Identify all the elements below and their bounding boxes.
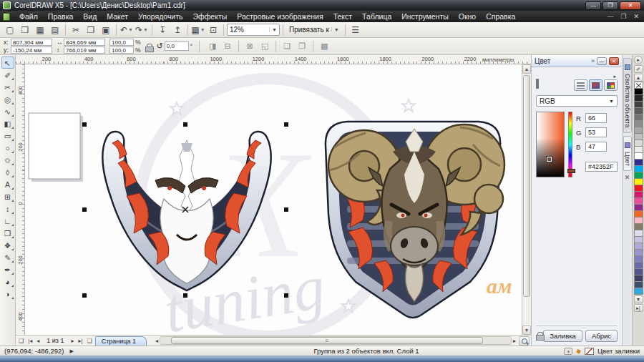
paste-button[interactable]: ▣	[99, 24, 113, 36]
minimize-button[interactable]: —	[585, 1, 601, 10]
mirror-horizontal-button[interactable]: ◨	[206, 41, 219, 52]
horizontal-scrollbar[interactable]: ◂ ▸	[154, 336, 517, 346]
scroll-down-icon[interactable]: ▼	[522, 326, 531, 335]
menu-item-правка[interactable]: Правка	[43, 11, 78, 21]
menu-item-вид[interactable]: Вид	[78, 11, 102, 21]
interactive-fill-tool[interactable]: ◑	[1, 288, 14, 300]
drawing-canvas[interactable]: X tuning ам	[25, 64, 522, 335]
smart-fill-tool[interactable]: ◧	[1, 117, 14, 129]
docker-chevron-icon[interactable]: »	[591, 57, 595, 64]
scroll-left-icon[interactable]: ◂	[154, 338, 160, 344]
zoom-tool[interactable]: ◎	[1, 93, 14, 105]
scale-x-field[interactable]: 100,0	[109, 39, 134, 46]
expand-status-icon[interactable]: ▶	[69, 348, 73, 354]
menu-item-растровые изображения[interactable]: Растровые изображения	[232, 11, 328, 21]
menu-item-окно[interactable]: Окно	[454, 11, 481, 21]
palette-scroll-down-icon[interactable]: ▼	[634, 295, 643, 303]
crop-tool[interactable]: ✂	[1, 81, 14, 93]
palette-expand-icon[interactable]: ▸|	[634, 304, 643, 312]
zoom-level-combo[interactable]: 12% ▼	[227, 24, 280, 36]
freehand-tool[interactable]: ∿	[1, 105, 14, 117]
cut-button[interactable]: ✂	[69, 24, 83, 36]
import-button[interactable]: ↧	[155, 24, 170, 36]
menu-item-макет[interactable]: Макет	[102, 11, 133, 21]
r-channel-field[interactable]: 66	[585, 113, 607, 123]
undo-button[interactable]: ↶▼	[119, 24, 134, 36]
welcome-screen-button[interactable]: ⊡	[206, 24, 220, 36]
rotation-angle-field[interactable]: 0,0	[165, 41, 189, 51]
lock-icon[interactable]	[536, 332, 540, 341]
vertical-scrollbar[interactable]: ▲ ▼	[522, 64, 531, 335]
ellipse-tool[interactable]: ○	[1, 142, 14, 154]
new-document-button[interactable]: ▢	[3, 24, 17, 36]
document-properties-icon[interactable]	[564, 348, 572, 355]
color-sliders-button[interactable]	[574, 79, 587, 91]
last-page-button[interactable]: ▸|	[77, 338, 84, 344]
docker-close-button[interactable]: ✕	[609, 57, 619, 65]
object-width-field[interactable]: 849,669 мм	[64, 39, 105, 46]
graphic-styles-button[interactable]: ▩	[318, 41, 331, 52]
mirror-vertical-button[interactable]: ⊟	[221, 41, 234, 52]
outline-pen-tool[interactable]: ✒	[1, 263, 14, 275]
tab-object-properties[interactable]: Свойства объекта	[623, 58, 632, 133]
vertical-scroll-thumb[interactable]	[523, 75, 530, 297]
palette-flyout-icon[interactable]: ▸	[634, 56, 643, 64]
docker-minimize-button[interactable]: —	[597, 57, 607, 65]
lock-ratio-icon[interactable]	[145, 44, 152, 52]
close-button[interactable]: ✕	[620, 1, 641, 10]
menu-item-эффекты[interactable]: Эффекты	[188, 11, 233, 21]
object-height-field[interactable]: 766,019 мм	[64, 47, 105, 54]
color-model-select[interactable]: RGB ▼	[536, 95, 618, 107]
add-page-icon[interactable]: ❏	[17, 338, 25, 344]
menu-item-справка[interactable]: Справка	[481, 11, 520, 21]
docker-flyout-icon[interactable]: ▸	[612, 74, 618, 79]
pick-tool[interactable]: ↖	[1, 57, 14, 69]
g-channel-field[interactable]: 53	[585, 127, 607, 137]
doc-restore-button[interactable]: ❐	[617, 13, 630, 20]
y-position-field[interactable]: -150,24 мм	[11, 47, 52, 54]
eyedropper-tool[interactable]: ✎	[1, 251, 14, 263]
redo-button[interactable]: ↷▼	[135, 24, 149, 36]
polygon-tool[interactable]: ✩	[1, 154, 14, 166]
print-button[interactable]: ▤	[48, 24, 62, 36]
rectangle-tool[interactable]: ▭	[1, 129, 14, 142]
scroll-up-icon[interactable]: ▲	[522, 64, 531, 74]
next-page-button[interactable]: ▸	[69, 338, 75, 344]
horizontal-ruler[interactable]: миллиметры 20040060080010001200140016001…	[16, 55, 531, 64]
first-page-button[interactable]: |◂	[26, 338, 34, 344]
scroll-right-icon[interactable]: ▸	[512, 338, 517, 344]
menu-item-инструменты[interactable]: Инструменты	[396, 11, 453, 21]
menu-item-упорядочить[interactable]: Упорядочить	[133, 11, 187, 21]
restore-button[interactable]: ❐	[602, 1, 618, 10]
x-position-field[interactable]: 807,304 мм	[11, 39, 52, 46]
dimension-tool[interactable]: ↕	[1, 202, 14, 215]
page-tab[interactable]: Страница 1	[95, 336, 147, 346]
palette-eyedropper-icon[interactable]: ✐	[634, 65, 643, 73]
color-swatch[interactable]	[634, 288, 643, 295]
wrap-text-button[interactable]: ⊠	[243, 41, 256, 52]
previous-page-button[interactable]: ◂	[35, 338, 41, 344]
application-launcher-button[interactable]: ▦▼	[191, 24, 205, 36]
menu-item-текст[interactable]: Текст	[328, 11, 357, 21]
copy-properties-button[interactable]: ❏	[280, 41, 293, 52]
color-picker-marker[interactable]	[547, 157, 552, 162]
doc-close-button[interactable]: ✕	[630, 13, 643, 20]
color-viewers-button[interactable]	[589, 79, 602, 91]
apply-fill-button[interactable]: Заливка	[543, 330, 582, 342]
docker-tab-close-icon[interactable]: ✕	[625, 174, 630, 181]
color-picker-area[interactable]	[536, 112, 565, 177]
edit-anchor-button[interactable]: ◱	[258, 41, 271, 52]
color-palettes-button[interactable]	[604, 79, 618, 91]
palette-scroll-up-icon[interactable]: ▲	[634, 74, 643, 82]
no-color-swatch[interactable]	[634, 82, 643, 89]
hue-slider-handle[interactable]	[567, 169, 575, 173]
horizontal-scroll-thumb[interactable]	[171, 337, 483, 344]
b-channel-field[interactable]: 47	[585, 142, 607, 152]
navigator-zoom-icon[interactable]	[519, 336, 530, 346]
fill-tool[interactable]: ◕	[1, 275, 14, 288]
hue-slider[interactable]	[568, 112, 572, 177]
add-page-icon[interactable]: ❏	[86, 338, 94, 344]
snap-to-combo[interactable]: Привязать к ▼	[286, 24, 342, 36]
export-button[interactable]: ↥	[170, 24, 185, 36]
doc-minimize-button[interactable]: —	[603, 13, 617, 20]
